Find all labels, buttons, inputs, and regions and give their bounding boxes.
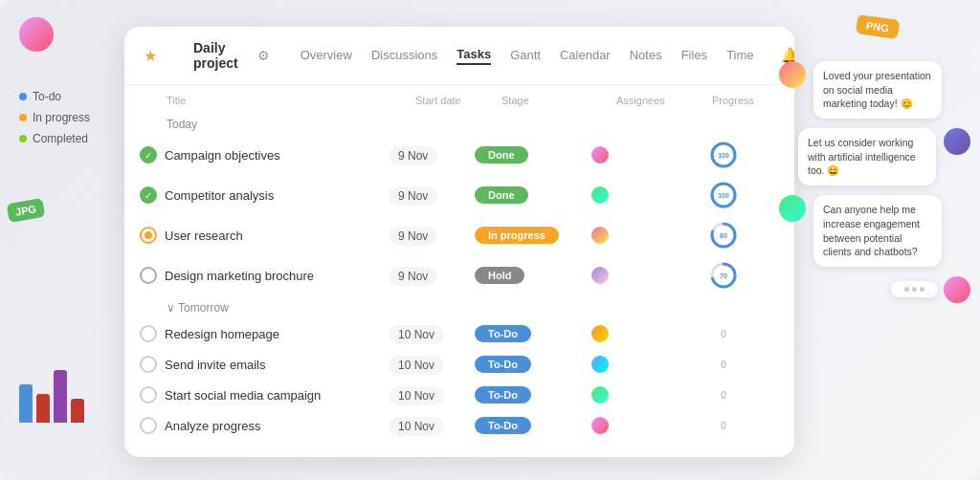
- chat-text-2: Let us consider working with artificial …: [808, 137, 916, 176]
- bar-2: [36, 394, 50, 423]
- task-title: Competitor analysis: [165, 188, 274, 203]
- task-row[interactable]: User research 9 Nov In progress 80: [140, 215, 779, 255]
- assignee-avatar: [590, 144, 611, 165]
- progress-value: 0: [721, 421, 726, 431]
- bar-3: [54, 370, 67, 423]
- task-stage: To-Do: [475, 417, 590, 434]
- task-title-cell: ✓ Competitor analysis: [140, 186, 389, 204]
- col-assignees: Assignees: [616, 95, 712, 106]
- task-stage: In progress: [475, 227, 590, 244]
- assignee-avatar: [590, 225, 611, 246]
- task-progress: 100: [685, 140, 762, 170]
- task-date: 9 Nov: [389, 267, 475, 284]
- task-title-cell: Start social media campaign: [140, 386, 389, 404]
- assignee-avatar: [590, 265, 611, 286]
- todo-dot: [19, 93, 27, 100]
- task-table: Title Start date Stage Assignees Progres…: [124, 85, 794, 441]
- tab-discussions[interactable]: Discussions: [371, 48, 437, 64]
- task-progress: 0: [685, 390, 762, 401]
- legend-todo-label: To-do: [33, 90, 61, 103]
- typing-indicator: [779, 276, 970, 303]
- table-header: Title Start date Stage Assignees Progres…: [140, 85, 779, 112]
- task-progress: 0: [685, 421, 762, 431]
- chat-bubble-2: Let us consider working with artificial …: [798, 128, 936, 185]
- tab-time[interactable]: Time: [726, 48, 753, 64]
- progress-value: 0: [721, 390, 726, 401]
- tab-calendar[interactable]: Calendar: [560, 48, 611, 64]
- task-row[interactable]: Analyze progress 10 Nov To-Do 0: [140, 410, 779, 441]
- nav-tabs: Overview Discussions Tasks Gantt Calenda…: [301, 47, 754, 65]
- task-date: 9 Nov: [389, 186, 475, 204]
- task-progress: 100: [685, 180, 762, 210]
- chat-avatar-4: [944, 276, 970, 303]
- chat-messages: Loved your presentation on social media …: [779, 61, 970, 303]
- legend-inprogress-label: In progress: [33, 111, 90, 124]
- main-card: ★ Daily project ⚙ Overview Discussions T…: [124, 27, 794, 457]
- chat-avatar-2: [944, 128, 970, 155]
- progress-value: 0: [721, 329, 726, 339]
- task-assignees: [590, 265, 685, 286]
- task-date: 9 Nov: [389, 227, 475, 244]
- chat-text-1: Loved your presentation on social media …: [823, 70, 931, 109]
- user-avatar[interactable]: [19, 17, 54, 52]
- gear-icon[interactable]: ⚙: [257, 48, 270, 63]
- status-hold-icon: [140, 267, 157, 284]
- task-row[interactable]: Start social media campaign 10 Nov To-Do…: [140, 380, 779, 410]
- task-title-cell: Redesign homepage: [140, 325, 389, 342]
- task-title-cell: Design marketing brochure: [140, 267, 389, 284]
- tab-files[interactable]: Files: [681, 48, 707, 64]
- section-tomorrow: ∨ Tomorrow: [140, 295, 779, 318]
- task-row[interactable]: ✓ Campaign objectives 9 Nov Done 100: [140, 135, 779, 175]
- bar-4: [71, 399, 84, 423]
- chat-avatar-1: [779, 61, 806, 88]
- task-title: Campaign objectives: [165, 148, 280, 163]
- task-date: 10 Nov: [389, 356, 475, 373]
- status-todo-icon: [140, 417, 157, 434]
- task-row[interactable]: Redesign homepage 10 Nov To-Do 0: [140, 318, 779, 349]
- legend-completed-label: Completed: [33, 132, 88, 145]
- star-icon[interactable]: ★: [144, 47, 157, 65]
- section-collapse-icon[interactable]: ∨ Tomorrow: [167, 301, 779, 315]
- tab-tasks[interactable]: Tasks: [457, 47, 491, 65]
- legend-completed: Completed: [19, 132, 110, 145]
- task-stage: Done: [475, 186, 590, 204]
- task-assignees: [590, 354, 685, 375]
- chat-text-3: Can anyone help me increase engagement b…: [823, 204, 920, 257]
- tab-gantt[interactable]: Gantt: [510, 48, 541, 64]
- task-progress: 80: [685, 220, 762, 251]
- project-name: Daily project: [193, 40, 238, 71]
- status-done-icon: ✓: [140, 146, 157, 164]
- task-assignees: [590, 415, 685, 436]
- progress-value: 80: [720, 232, 727, 239]
- task-date: 10 Nov: [389, 386, 475, 404]
- progress-value: 70: [720, 273, 727, 279]
- chat-bubble-1: Loved your presentation on social media …: [813, 61, 942, 119]
- bar-1: [19, 384, 33, 423]
- task-row[interactable]: Send invite emails 10 Nov To-Do 0: [140, 349, 779, 380]
- scene: To-do In progress Completed JPG ★ Daily …: [0, 0, 980, 480]
- progress-value: 100: [718, 192, 729, 199]
- legend-inprogress: In progress: [19, 111, 110, 124]
- task-row[interactable]: Design marketing brochure 9 Nov Hold 70: [140, 255, 779, 295]
- tab-notes[interactable]: Notes: [630, 48, 662, 64]
- task-row[interactable]: ✓ Competitor analysis 9 Nov Done 100: [140, 175, 779, 215]
- chat-bubble-3: Can anyone help me increase engagement b…: [813, 195, 942, 267]
- chat-avatar-3: [779, 195, 806, 222]
- inprogress-dot: [19, 114, 27, 121]
- task-progress: 0: [685, 329, 762, 339]
- assignee-avatar: [590, 384, 611, 405]
- tab-overview[interactable]: Overview: [301, 48, 352, 64]
- task-assignees: [590, 185, 685, 206]
- status-inprogress-icon: [140, 227, 157, 244]
- task-progress: 0: [685, 360, 762, 370]
- status-todo-icon: [140, 386, 157, 404]
- task-title-cell: Analyze progress: [140, 417, 389, 434]
- typing-bubble: [891, 281, 938, 297]
- task-date: 10 Nov: [389, 325, 475, 342]
- task-stage: Done: [475, 146, 590, 164]
- task-title: Analyze progress: [165, 419, 260, 433]
- task-title: User research: [165, 229, 243, 243]
- task-stage: To-Do: [475, 386, 590, 404]
- task-stage: To-Do: [475, 356, 590, 373]
- typing-dot-3: [920, 287, 924, 292]
